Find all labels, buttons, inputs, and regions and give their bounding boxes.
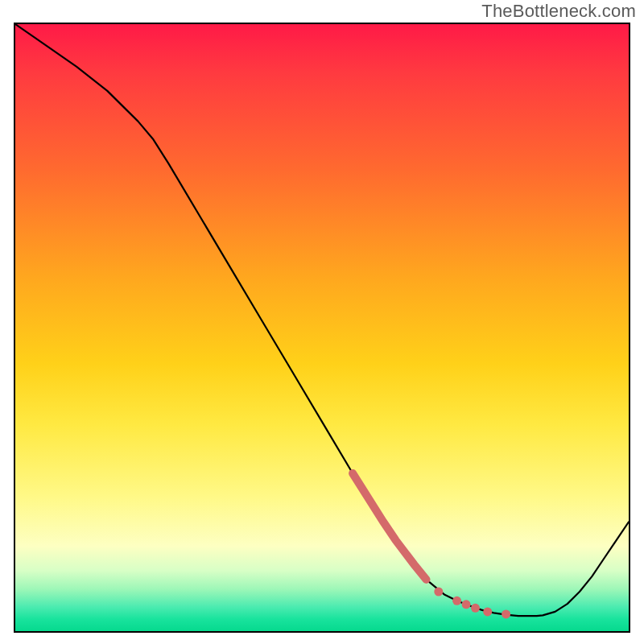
highlight-dot (452, 597, 461, 605)
plot-area (14, 23, 630, 633)
chart-frame: TheBottleneck.com (0, 0, 644, 644)
highlight-dot (434, 588, 443, 597)
highlight-segment (353, 473, 426, 580)
curve-line (15, 24, 629, 616)
highlight-dot (471, 604, 480, 613)
highlight-dot (462, 600, 471, 609)
highlight-dot (502, 609, 510, 618)
highlight-dot (483, 607, 492, 616)
watermark-text: TheBottleneck.com (481, 1, 636, 22)
plot-svg (15, 24, 629, 631)
